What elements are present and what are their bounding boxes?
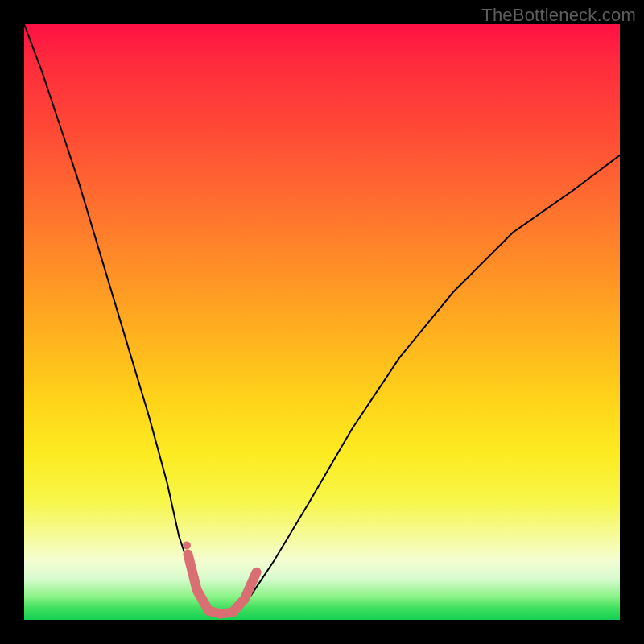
bottleneck-curve — [24, 24, 620, 617]
watermark-text: TheBottleneck.com — [481, 5, 636, 26]
curve-layer — [24, 24, 620, 620]
minimum-highlight — [188, 555, 257, 614]
marker-dot-icon — [183, 542, 191, 550]
chart-frame: TheBottleneck.com — [0, 0, 644, 644]
plot-area — [24, 24, 620, 620]
